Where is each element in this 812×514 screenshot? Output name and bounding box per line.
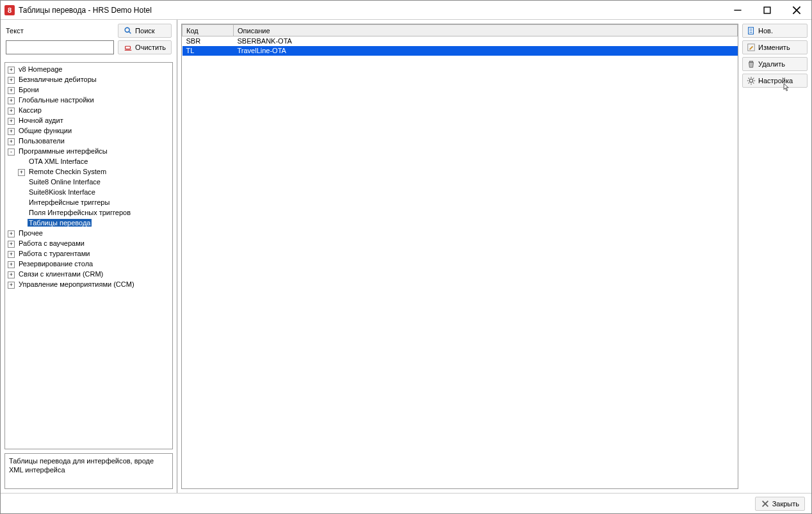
tree-item-label: Suite8Kiosk Interface [28, 188, 97, 196]
gear-icon [747, 76, 756, 85]
tree-item[interactable]: +Общие функции [8, 127, 73, 134]
search-icon [124, 26, 133, 35]
tree-item[interactable]: +Резервирование стола [8, 260, 94, 268]
tree-item-label: Пользователи [17, 137, 66, 145]
tree-item-label: Связи с клиентами (CRM) [17, 270, 104, 278]
tree-item[interactable]: +Глобальные настройки [8, 96, 95, 104]
maximize-icon [763, 6, 772, 15]
new-icon [747, 26, 756, 35]
description-box: Таблицы перевода для интерфейсов, вроде … [4, 453, 173, 489]
tree-item-label: Работа с ваучерами [17, 239, 86, 247]
app-window: 8 Таблицы перевода - HRS Demo Hotel Текс… [0, 0, 812, 514]
new-button-label: Нов. [758, 27, 773, 35]
tree-item[interactable]: +Работа с ваучерами [8, 239, 86, 247]
nav-tree[interactable]: +v8 Homepage+Безналичные дебиторы+Брони+… [4, 62, 173, 449]
title-bar: 8 Таблицы перевода - HRS Demo Hotel [1, 1, 811, 20]
tree-item-label: Прочее [17, 229, 44, 237]
tree-item[interactable]: +v8 Homepage [8, 65, 64, 73]
tree-item-label: Интерфейсные триггеры [28, 198, 111, 206]
edit-button[interactable]: Изменить [742, 40, 808, 54]
tree-item[interactable]: +Кассир [8, 106, 43, 114]
close-icon [792, 6, 801, 15]
svg-line-20 [753, 83, 754, 83]
minimize-icon [733, 6, 742, 15]
search-panel: Текст Поиск Очистить [1, 20, 177, 58]
cell-code: TL [183, 46, 234, 56]
setup-button[interactable]: Настройка [742, 74, 808, 88]
tree-item[interactable]: Suite8 Online Interface [18, 178, 102, 186]
tree-item[interactable]: Таблицы перевода [18, 219, 92, 227]
trash-icon [747, 60, 756, 68]
tree-item[interactable]: +Прочее [8, 229, 44, 237]
tree-item-label: Suite8 Online Interface [28, 178, 102, 186]
minimize-button[interactable] [723, 1, 752, 20]
edit-button-label: Изменить [758, 44, 790, 51]
tree-item[interactable]: +Remote Checkin System [18, 168, 108, 175]
tree-item[interactable]: +Пользователи [8, 137, 66, 145]
tree-item-label: Управление мероприятиями (CCM) [17, 280, 136, 288]
center-panel: Код Описание SBRSBERBANK-OTATLTravelLine… [177, 20, 741, 493]
svg-line-19 [749, 78, 749, 79]
close-button[interactable] [782, 1, 811, 20]
tree-item-label: Таблицы перевода [28, 219, 92, 227]
tree-item-label: Remote Checkin System [28, 168, 108, 175]
tree-item[interactable]: Поля Интерфейсных триггеров [18, 209, 132, 216]
tree-item-label: Глобальные настройки [17, 96, 95, 104]
data-table[interactable]: Код Описание SBRSBERBANK-OTATLTravelLine… [182, 24, 738, 56]
tree-item[interactable]: Интерфейсные триггеры [18, 198, 111, 206]
close-form-button[interactable]: Закрыть [755, 497, 805, 511]
tree-item-label: Кассир [17, 106, 43, 114]
search-input[interactable] [6, 40, 114, 54]
svg-point-14 [749, 79, 752, 82]
svg-line-22 [753, 78, 754, 79]
maximize-button[interactable] [752, 1, 782, 20]
tree-item-label: Безналичные дебиторы [17, 76, 98, 83]
close-form-label: Закрыть [772, 500, 799, 508]
tree-item-label: Поля Интерфейсных триггеров [28, 209, 132, 216]
tree-item[interactable]: +Брони [8, 86, 40, 93]
tree-item-label: Работа с турагентами [17, 250, 91, 257]
delete-button-label: Удалить [758, 60, 785, 68]
svg-line-21 [749, 83, 749, 83]
window-title: Таблицы перевода - HRS Demo Hotel [19, 6, 723, 15]
cell-code: SBR [183, 36, 234, 46]
svg-rect-1 [764, 7, 770, 13]
col-desc[interactable]: Описание [234, 25, 738, 36]
new-button[interactable]: Нов. [742, 24, 808, 38]
col-code[interactable]: Код [183, 25, 234, 36]
close-form-icon [761, 499, 770, 508]
tree-item[interactable]: -Программные интерфейсы [8, 147, 109, 155]
svg-rect-13 [749, 61, 752, 63]
tree-item-label: OTA XML Interface [28, 157, 89, 165]
clear-button-label: Очистить [135, 44, 166, 51]
tree-item-label: Программные интерфейсы [17, 147, 109, 155]
table-row[interactable]: SBRSBERBANK-OTA [183, 36, 738, 46]
tree-item[interactable]: +Безналичные дебиторы [8, 76, 98, 83]
tree-item[interactable]: +Связи с клиентами (CRM) [8, 270, 104, 278]
tree-item-label: v8 Homepage [17, 65, 64, 73]
search-button-label: Поиск [135, 27, 154, 35]
tree-item-label: Резервирование стола [17, 260, 94, 268]
search-label: Текст [6, 27, 114, 35]
setup-button-label: Настройка [758, 77, 793, 84]
tree-item[interactable]: OTA XML Interface [18, 157, 89, 165]
footer: Закрыть [1, 493, 811, 513]
left-panel: Текст Поиск Очистить +v8 Homepage+Безнал… [1, 20, 177, 493]
tree-item-label: Ночной аудит [17, 116, 65, 124]
svg-line-5 [129, 31, 131, 33]
tree-item[interactable]: +Управление мероприятиями (CCM) [8, 280, 136, 288]
tree-item[interactable]: Suite8Kiosk Interface [18, 188, 97, 196]
app-icon: 8 [4, 5, 15, 15]
tree-item[interactable]: +Ночной аудит [8, 116, 65, 124]
tree-item-label: Общие функции [17, 127, 73, 134]
search-button[interactable]: Поиск [118, 24, 172, 38]
delete-button[interactable]: Удалить [742, 57, 808, 71]
cell-desc: SBERBANK-OTA [234, 36, 738, 46]
table-row[interactable]: TLTravelLine-OTA [183, 46, 738, 56]
tree-item[interactable]: +Работа с турагентами [8, 250, 91, 257]
eraser-icon [124, 43, 133, 52]
svg-point-4 [125, 28, 129, 32]
tree-item-label: Брони [17, 86, 40, 93]
clear-button[interactable]: Очистить [118, 40, 172, 54]
edit-icon [747, 43, 756, 52]
